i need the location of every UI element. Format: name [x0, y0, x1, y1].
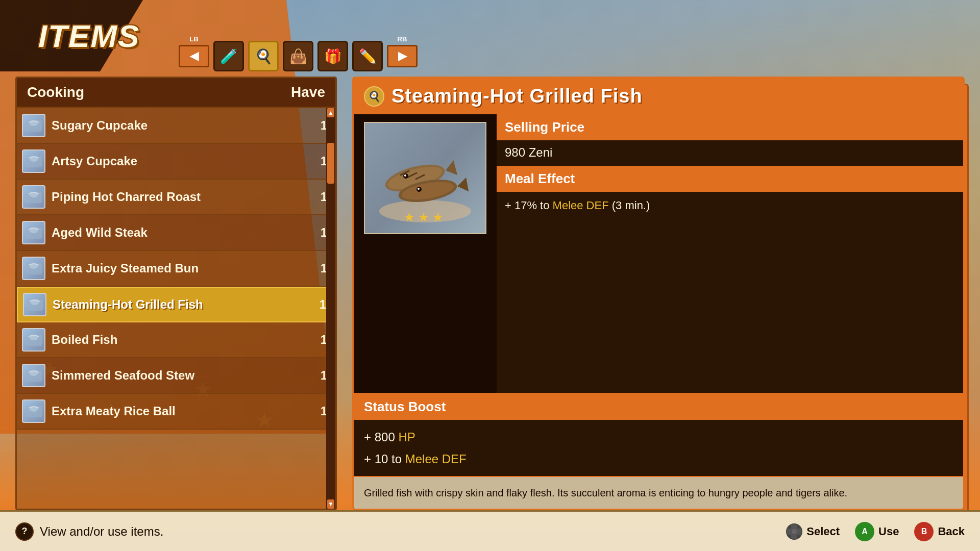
- item-row-name: Boiled Fish: [52, 333, 317, 347]
- select-label: Select: [806, 525, 840, 538]
- scrollbar-thumb: [327, 143, 334, 184]
- top-area: ITEMS LB ◀ 🧪 🍳 👜 🎁 ✏️ RB ▶: [0, 0, 980, 71]
- item-row-count: 1: [317, 226, 327, 240]
- items-logo-text: ITEMS: [38, 18, 140, 54]
- left-bumper-button[interactable]: LB ◀: [179, 45, 209, 67]
- item-row-icon: [22, 364, 45, 387]
- lb-label: LB: [189, 35, 198, 43]
- hint-text: View and/or use items.: [40, 524, 163, 539]
- item-row-count: 1: [317, 333, 327, 347]
- select-control[interactable]: Select: [786, 523, 840, 540]
- status-boost-section: Status Boost + 800 HP + 10 to Melee DEF: [354, 393, 963, 476]
- item-row[interactable]: Sugary Cupcake 1: [17, 108, 335, 144]
- svg-point-37: [792, 529, 797, 534]
- item-row-icon: [22, 399, 45, 423]
- item-row-icon: [22, 221, 45, 244]
- scroll-down-arrow[interactable]: ▼: [327, 499, 334, 509]
- svg-marker-28: [456, 178, 469, 193]
- meal-effect-label: Meal Effect: [505, 171, 575, 186]
- use-control[interactable]: A Use: [855, 522, 899, 541]
- svg-text:★: ★: [432, 210, 444, 224]
- item-row-name: Sugary Cupcake: [52, 118, 317, 133]
- boost-hp-highlight: HP: [398, 430, 415, 444]
- tab-icon-gift[interactable]: 🎁: [317, 41, 348, 71]
- item-row-name: Extra Juicy Steamed Bun: [52, 261, 317, 276]
- item-row[interactable]: Artsy Cupcake 1: [17, 144, 335, 180]
- item-list: Sugary Cupcake 1 Artsy Cupcake 1 Pip: [17, 108, 335, 430]
- fish-svg: ★ ★ ★: [369, 127, 481, 229]
- bottom-hint: ? View and/or use items.: [15, 522, 163, 541]
- item-detail-panel: 🍳 Steaming-Hot Grilled Fish: [352, 77, 965, 510]
- selling-price-value: 980 Zeni: [497, 140, 963, 166]
- item-row-icon: [22, 114, 45, 137]
- item-row[interactable]: Boiled Fish 1: [17, 322, 335, 358]
- selling-price-header: Selling Price: [497, 114, 963, 140]
- b-button-icon: B: [914, 522, 934, 541]
- detail-item-title: Steaming-Hot Grilled Fish: [391, 85, 643, 107]
- item-row-icon: [22, 328, 45, 352]
- back-control[interactable]: B Back: [914, 522, 965, 541]
- item-row-name: Steaming-Hot Grilled Fish: [53, 297, 316, 312]
- status-boost-header: Status Boost: [354, 394, 963, 420]
- item-row-name: Piping Hot Charred Roast: [52, 190, 317, 204]
- items-logo: ITEMS: [10, 10, 153, 71]
- meal-effect-value: + 17% to Melee DEF (3 min.): [497, 192, 963, 393]
- rb-label: RB: [398, 35, 407, 43]
- item-row-count: 1: [317, 190, 327, 204]
- item-row[interactable]: Piping Hot Charred Roast 1: [17, 180, 335, 215]
- item-row-icon: [22, 185, 45, 209]
- detail-info-section: Selling Price 980 Zeni Meal Effect + 17%…: [497, 114, 963, 393]
- svg-text:★: ★: [404, 210, 415, 224]
- tab-icon-bag[interactable]: 👜: [283, 41, 313, 71]
- hint-icon: ?: [15, 522, 34, 541]
- meal-effect-stat: Melee DEF: [553, 199, 609, 212]
- item-row[interactable]: Extra Meaty Rice Ball 1: [17, 394, 335, 430]
- status-boost-body: + 800 HP + 10 to Melee DEF: [354, 420, 963, 476]
- cooking-header-label: Cooking: [27, 84, 84, 101]
- detail-body: ★ ★ ★ Selling Price 980 Zeni: [354, 114, 963, 393]
- item-list-scroll[interactable]: Sugary Cupcake 1 Artsy Cupcake 1 Pip: [17, 108, 335, 509]
- item-row[interactable]: Aged Wild Steak 1: [17, 215, 335, 251]
- tabs-nav: LB ◀ 🧪 🍳 👜 🎁 ✏️ RB ▶: [174, 41, 418, 71]
- description-section: Grilled fish with crispy skin and flaky …: [354, 476, 963, 509]
- item-row-icon: [23, 293, 46, 316]
- meal-effect-header: Meal Effect: [497, 166, 963, 192]
- item-list-header: Cooking Have: [17, 78, 335, 108]
- tab-icon-edit[interactable]: ✏️: [352, 41, 383, 71]
- item-row[interactable]: Steaming-Hot Grilled Fish 1: [17, 287, 335, 322]
- detail-image-box: ★ ★ ★: [364, 122, 486, 234]
- item-row-icon: [22, 257, 45, 280]
- item-row-count: 1: [316, 297, 326, 312]
- item-row-count: 1: [317, 261, 327, 276]
- selling-price-label: Selling Price: [505, 119, 584, 135]
- left-arrow-icon: ◀: [190, 49, 199, 63]
- detail-title-icon: 🍳: [364, 86, 384, 107]
- right-arrow-icon: ▶: [398, 49, 407, 63]
- svg-marker-20: [444, 160, 457, 178]
- boost-hp-text: + 800: [364, 430, 395, 444]
- item-row[interactable]: Extra Juicy Steamed Bun 1: [17, 251, 335, 287]
- main-container: ITEMS LB ◀ 🧪 🍳 👜 🎁 ✏️ RB ▶ Cooking Hav: [0, 0, 980, 551]
- meal-effect-prefix: + 17% to: [505, 199, 553, 212]
- item-row[interactable]: Simmered Seafood Stew 1: [17, 358, 335, 394]
- item-list-panel: Cooking Have Sugary Cupcake 1: [15, 77, 337, 510]
- bottom-bar: ? View and/or use items. Select A Use: [0, 510, 980, 551]
- dpad-icon: [786, 523, 802, 540]
- scroll-up-arrow[interactable]: ▲: [327, 108, 334, 117]
- content-row: Cooking Have Sugary Cupcake 1: [0, 71, 980, 510]
- detail-title-bar: 🍳 Steaming-Hot Grilled Fish: [354, 78, 963, 114]
- item-row-count: 1: [317, 154, 327, 168]
- item-row-icon: [22, 149, 45, 173]
- item-row-name: Artsy Cupcake: [52, 154, 317, 168]
- detail-image-section: ★ ★ ★: [354, 114, 497, 393]
- item-row-name: Simmered Seafood Stew: [52, 368, 317, 383]
- item-row-count: 1: [317, 368, 327, 383]
- right-bumper-button[interactable]: RB ▶: [387, 45, 418, 67]
- tab-icon-cooking[interactable]: 🍳: [248, 41, 279, 71]
- tab-icon-medicine[interactable]: 🧪: [213, 41, 244, 71]
- status-boost-label: Status Boost: [364, 399, 446, 414]
- item-row-count: 1: [317, 118, 327, 133]
- meal-effect-duration: (3 min.): [609, 199, 650, 212]
- boost-def-line: + 10 to Melee DEF: [364, 448, 953, 470]
- scrollbar: ▲ ▼: [326, 108, 335, 509]
